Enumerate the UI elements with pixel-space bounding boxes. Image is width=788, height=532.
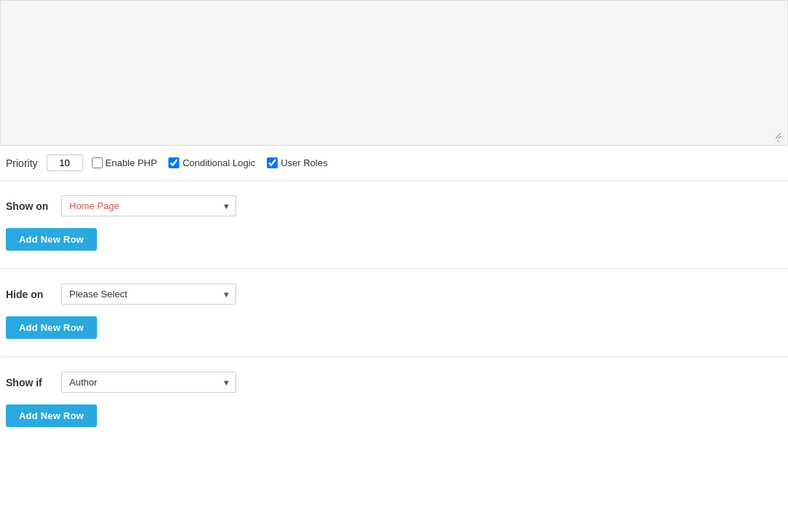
resize-handle: ⌞	[777, 135, 786, 144]
hide-on-select-wrapper: Please Select Home Page All Pages Front …	[61, 283, 236, 305]
textarea-section: ⌞	[0, 0, 788, 146]
conditional-logic-checkbox-item[interactable]: Conditional Logic	[168, 157, 255, 168]
show-on-label: Show on	[6, 200, 50, 212]
enable-php-checkbox-item[interactable]: Enable PHP	[92, 157, 157, 168]
show-if-section: Show if Author Category Tag Post Type Da…	[0, 357, 788, 445]
show-if-add-new-row-button[interactable]: Add New Row	[6, 404, 97, 427]
show-on-add-new-row-button[interactable]: Add New Row	[6, 228, 97, 251]
page-wrapper: ⌞ Priority Enable PHP Conditional Logic …	[0, 0, 788, 445]
user-roles-checkbox[interactable]	[267, 157, 278, 168]
user-roles-checkbox-item[interactable]: User Roles	[267, 157, 327, 168]
code-textarea[interactable]	[7, 7, 781, 139]
hide-on-label: Hide on	[6, 289, 50, 300]
hide-on-add-new-row-button[interactable]: Add New Row	[6, 316, 97, 339]
hide-on-row: Hide on Please Select Home Page All Page…	[6, 283, 782, 305]
hide-on-select[interactable]: Please Select Home Page All Pages Front …	[61, 283, 236, 305]
show-on-section: Show on Home Page All Pages Front Page B…	[0, 181, 788, 268]
enable-php-checkbox[interactable]	[92, 157, 103, 168]
conditional-logic-checkbox[interactable]	[168, 157, 179, 168]
priority-label: Priority	[6, 157, 38, 169]
priority-row: Priority Enable PHP Conditional Logic Us…	[0, 146, 788, 180]
priority-input[interactable]	[47, 154, 83, 171]
show-on-select-wrapper: Home Page All Pages Front Page Blog Page…	[61, 195, 236, 216]
show-on-select[interactable]: Home Page All Pages Front Page Blog Page…	[61, 195, 236, 216]
show-if-row: Show if Author Category Tag Post Type Da…	[6, 372, 782, 393]
enable-php-label: Enable PHP	[106, 157, 157, 168]
show-on-row: Show on Home Page All Pages Front Page B…	[6, 195, 782, 216]
conditional-logic-label: Conditional Logic	[182, 157, 255, 168]
show-if-select-wrapper: Author Category Tag Post Type Date Custo…	[61, 372, 236, 393]
show-if-select[interactable]: Author Category Tag Post Type Date Custo…	[61, 372, 236, 393]
user-roles-label: User Roles	[281, 157, 327, 168]
checkbox-group: Enable PHP Conditional Logic User Roles	[92, 157, 328, 168]
show-if-label: Show if	[6, 377, 50, 388]
hide-on-section: Hide on Please Select Home Page All Page…	[0, 269, 788, 356]
